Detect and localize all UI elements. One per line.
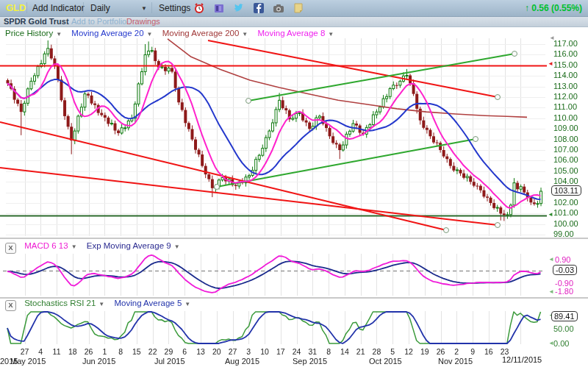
xaxis-week-label: 11 xyxy=(53,347,61,356)
axis-marker-icon: ◄ xyxy=(548,256,554,263)
xaxis-month-label: Nov 2015 xyxy=(438,357,473,366)
price-axis-tick: 116.00 xyxy=(553,49,578,58)
panel-separator[interactable] xyxy=(0,238,588,239)
xaxis-week-label: 1 xyxy=(102,347,107,356)
xaxis-week-label: 20 xyxy=(212,347,221,356)
axis-marker-icon: ◄ xyxy=(548,60,553,67)
library-icon[interactable] xyxy=(213,2,225,14)
price-axis-tick: 117.00 xyxy=(553,39,578,48)
macd-value-badge: -0.03 xyxy=(553,265,577,275)
alarm-icon[interactable] xyxy=(193,2,205,14)
camera-icon[interactable] xyxy=(273,2,284,14)
xaxis-week-label: 27 xyxy=(229,347,237,356)
chevron-down-icon[interactable]: ▼ xyxy=(328,31,334,38)
symbol-full-name: SPDR Gold Trust xyxy=(4,17,69,26)
xaxis-week-label: 8 xyxy=(326,347,331,356)
price-axis-tick: 115.00 xyxy=(553,60,578,69)
price-axis-tick: 105.00 xyxy=(553,166,578,175)
chevron-down-icon[interactable]: ▼ xyxy=(141,5,147,12)
twitter-icon[interactable] xyxy=(233,2,245,14)
axis-marker-icon: ◄ xyxy=(548,288,554,295)
xaxis-month-label: Jul 2015 xyxy=(154,357,185,366)
chevron-down-icon[interactable]: ▼ xyxy=(98,301,104,307)
legend-stoch-rsi[interactable]: Stochastics RSI 21 xyxy=(24,299,96,307)
chevron-down-icon[interactable]: ▼ xyxy=(242,31,248,38)
price-panel-legend: Price History▼ Moving Average 20▼ Moving… xyxy=(5,29,341,38)
stoch-panel-legend: X Stochastics RSI 21▼ Moving Average 5▼ xyxy=(5,299,198,311)
xaxis-week-label: 18 xyxy=(68,347,77,356)
chevron-down-icon[interactable]: ▼ xyxy=(56,31,62,38)
up-arrow-icon: ↑ xyxy=(525,3,529,13)
xaxis-week-label: 14 xyxy=(340,347,349,356)
symbol-label: GLD xyxy=(6,2,26,13)
legend-macd[interactable]: MACD 6 13 xyxy=(24,241,68,250)
xaxis-month-label: Sep 2015 xyxy=(293,357,327,366)
chevron-down-icon[interactable]: ▼ xyxy=(184,301,190,307)
xaxis-month-label: May 2015 xyxy=(10,357,46,366)
close-icon[interactable]: X xyxy=(5,300,16,311)
price-axis-tick: 107.00 xyxy=(553,145,578,154)
price-axis-tick: 110.00 xyxy=(553,113,578,122)
xaxis-month-label: Oct 2015 xyxy=(369,357,402,366)
legend-ma20[interactable]: Moving Average 20 xyxy=(71,29,143,38)
toolbar-separator xyxy=(26,2,27,13)
xaxis-week-label: 28 xyxy=(373,347,381,356)
legend-ma200[interactable]: Moving Average 200 xyxy=(162,29,240,38)
macd-panel-legend: X MACD 6 13▼ Exp Moving Average 9▼ xyxy=(5,241,187,254)
price-axis-tick: 104.00 xyxy=(553,177,578,185)
macd-axis-tick: 0.90 xyxy=(555,255,570,264)
price-axis-tick: 102.00 xyxy=(553,198,578,207)
xaxis-week-label: 17 xyxy=(276,347,285,356)
add-indicator-button[interactable]: Add Indicator xyxy=(32,3,85,13)
xaxis-week-label: 15 xyxy=(132,347,141,356)
xaxis-week-label: 4 xyxy=(38,347,43,356)
xaxis-week-label: 6 xyxy=(182,347,187,356)
price-axis-tick: 101.00 xyxy=(553,208,578,217)
symbol-subbar: SPDR Gold Trust Add to Portfolio Drawing… xyxy=(0,17,588,27)
xaxis-week-label: 29 xyxy=(165,347,173,356)
price-axis-tick: 112.00 xyxy=(553,92,578,101)
note-icon[interactable] xyxy=(293,2,304,14)
add-to-portfolio-link[interactable]: Add to Portfolio xyxy=(71,17,126,26)
legend-ma8[interactable]: Moving Average 8 xyxy=(257,29,325,38)
price-change-indicator: ↑ 0.56 (0.55%) xyxy=(525,3,582,13)
price-axis-tick: 113.00 xyxy=(553,82,578,90)
price-axis-tick: 99.00 xyxy=(553,229,574,238)
interval-select[interactable]: Daily xyxy=(90,3,110,13)
chevron-down-icon[interactable]: ▼ xyxy=(147,31,153,38)
price-axis-tick: 109.00 xyxy=(553,124,578,132)
toolbar-separator xyxy=(83,2,84,13)
price-axis-tick: 100.00 xyxy=(553,219,578,228)
toolbar-separator xyxy=(151,2,152,13)
price-axis-tick: 114.00 xyxy=(553,71,578,79)
legend-macd-signal[interactable]: Exp Moving Average 9 xyxy=(87,241,171,250)
xaxis-week-label: 3 xyxy=(246,347,251,356)
xaxis-week-label: 24 xyxy=(293,347,301,356)
chevron-down-icon[interactable]: ▼ xyxy=(71,243,77,250)
xaxis-week-label: 26 xyxy=(85,347,93,356)
settings-button[interactable]: Settings xyxy=(159,3,190,13)
charting-app-window: { "toolbar": { "symbol": "GLD", "menu": … xyxy=(0,0,588,367)
macd-axis-tick: -1.80 xyxy=(555,287,573,296)
xaxis-week-label: 2 xyxy=(454,347,459,356)
chevron-down-icon[interactable]: ▼ xyxy=(174,243,180,250)
xaxis-week-label: 22 xyxy=(148,347,157,356)
drawings-link[interactable]: Drawings xyxy=(126,17,160,26)
chart-canvas[interactable] xyxy=(0,0,588,367)
xaxis-week-label: 23 xyxy=(501,347,509,356)
xaxis-week-label: 21 xyxy=(356,347,365,356)
xaxis-month-label: Jun 2015 xyxy=(82,357,115,366)
main-toolbar: GLD Add Indicator Daily ▼ Settings ↑ 0.5… xyxy=(0,0,588,17)
xaxis-week-label: 16 xyxy=(484,347,493,356)
legend-stoch-ma[interactable]: Moving Average 5 xyxy=(114,299,182,307)
facebook-icon[interactable] xyxy=(253,2,265,14)
legend-price-history[interactable]: Price History xyxy=(5,29,53,38)
axis-marker-icon: ◄ xyxy=(548,211,553,218)
xaxis-week-label: 26 xyxy=(437,347,445,356)
xaxis-week-label: 12 xyxy=(404,347,413,356)
close-icon[interactable]: X xyxy=(5,243,16,254)
change-text: 0.56 (0.55%) xyxy=(531,3,582,13)
last-price-badge: 103.11 xyxy=(551,185,581,196)
price-axis-tick: 111.00 xyxy=(553,102,577,111)
xaxis-week-label: 10 xyxy=(260,347,269,356)
